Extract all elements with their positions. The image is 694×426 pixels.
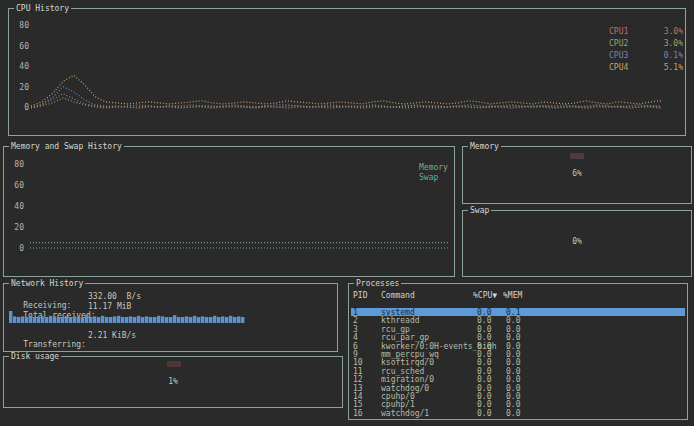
process-row[interactable]: 3rcu_gp0.00.0 [351,325,685,333]
processes-panel: Processes PIDCommand%CPU▼%MEM 1systemd0.… [348,283,688,420]
cpu-legend-item: CPU13.0% [609,27,683,36]
process-column-header-cpu[interactable]: %CPU▼ [473,291,497,300]
cpu-legend-item: CPU23.0% [609,39,683,48]
memswap-legend-item: Swap [419,173,438,182]
memory-gauge-dots-icon [570,153,584,159]
network-receive-sparkline [9,311,245,323]
cpu-legend-value: 5.1% [664,63,683,72]
memory-swap-history-panel: Memory and Swap History 806040200 Memory… [3,146,455,277]
cpu-legend-value: 3.0% [664,27,683,36]
processes-title: Processes [354,279,401,288]
process-row[interactable]: 10ksoftirqd/00.00.0 [351,358,685,366]
process-row[interactable]: 13watchdog/00.00.0 [351,384,685,392]
process-row[interactable]: 1systemd0.00.1 [351,308,685,316]
transferring-value: 2.21 KiB/s [88,331,136,340]
swap-gauge-title: Swap [468,206,491,215]
cpu-legend-name: CPU3 [609,51,628,60]
memory-swap-graph [4,147,454,276]
disk-usage-percent: 1% [4,377,342,386]
memory-gauge-title: Memory [468,142,501,151]
swap-gauge-panel: Swap 0% [462,210,692,277]
receiving-value: 332.00 B/s [88,292,141,301]
process-cell-pid: 16 [353,409,363,418]
cpu-history-graph [9,9,685,135]
disk-usage-panel: Disk usage 1% [3,356,343,408]
process-column-header-command[interactable]: Command [381,291,415,300]
memswap-legend-item: Memory [419,163,448,172]
cpu-legend-value: 0.1% [664,51,683,60]
transferring-label: Transferring: [23,340,86,349]
process-row[interactable]: 6kworker/0:0H-events_high0.00.0 [351,342,685,350]
total-received-value: 11.17 MiB [88,302,131,311]
disk-usage-title: Disk usage [9,352,61,361]
process-row[interactable]: 14cpuhp/00.00.0 [351,392,685,400]
process-row[interactable]: 15cpuhp/10.00.0 [351,400,685,408]
process-row[interactable]: 11rcu_sched0.00.0 [351,367,685,375]
cpu-legend-name: CPU2 [609,39,628,48]
process-column-header-mem[interactable]: %MEM [503,291,522,300]
cpu-legend-name: CPU4 [609,63,628,72]
process-cell-mem: 0.0 [506,409,520,418]
process-row[interactable]: 9mm_percpu_wq0.00.0 [351,350,685,358]
process-table-header: PIDCommand%CPU▼%MEM [351,291,685,299]
cpu-legend-item: CPU45.1% [609,63,683,72]
cpu-legend-item: CPU30.1% [609,51,683,60]
process-cell-command: watchdog/1 [381,409,429,418]
network-history-title: Network History [9,279,85,288]
process-row[interactable]: 2kthreadd0.00.0 [351,316,685,324]
cpu-history-panel: CPU History 806040200 CPU13.0%CPU23.0%CP… [8,8,686,136]
process-column-header-pid[interactable]: PID [353,291,367,300]
memory-gauge-panel: Memory 6% [462,146,692,204]
disk-gauge-dots-icon [167,361,181,367]
process-cell-cpu: 0.0 [477,409,491,418]
cpu-legend-value: 3.0% [664,39,683,48]
process-row[interactable]: 4rcu_par_gp0.00.0 [351,333,685,341]
cpu-legend-name: CPU1 [609,27,628,36]
memory-gauge-percent: 6% [463,169,691,178]
process-row[interactable]: 12migration/00.00.0 [351,375,685,383]
swap-gauge-percent: 0% [463,237,691,246]
network-history-panel: Network History Receiving: 332.00 B/s To… [3,283,338,352]
process-row[interactable]: 16watchdog/10.00.0 [351,409,685,417]
